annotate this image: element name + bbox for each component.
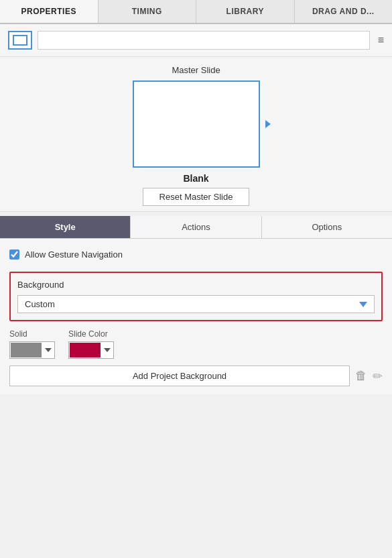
master-dropdown-arrow-icon[interactable] <box>265 120 271 128</box>
trash-icon[interactable]: 🗑 <box>355 369 367 383</box>
slide-icon <box>8 31 32 50</box>
slide-color-swatch <box>70 343 101 357</box>
background-dropdown-value: Custom <box>25 299 55 309</box>
slide-color-picker[interactable] <box>68 341 114 359</box>
tab-drag-drop[interactable]: DRAG AND D... <box>295 0 393 23</box>
solid-color-group: Solid <box>9 329 55 359</box>
header-row: ≡ <box>0 24 392 57</box>
tab-options[interactable]: Options <box>262 216 392 238</box>
master-slide-section: Master Slide Blank Reset Master Slide <box>0 57 392 212</box>
tab-library[interactable]: LIBRARY <box>196 0 295 23</box>
background-dropdown-arrow-icon <box>359 302 367 307</box>
content-area: Allow Gesture Navigation Background Cust… <box>0 239 392 394</box>
slide-color-label: Slide Color <box>68 329 114 339</box>
gesture-nav-row: Allow Gesture Navigation <box>9 247 383 262</box>
master-slide-label: Master Slide <box>172 65 220 75</box>
tab-timing[interactable]: TIMING <box>99 0 197 23</box>
solid-color-picker[interactable] <box>9 341 55 359</box>
svg-rect-0 <box>13 36 27 45</box>
master-slide-name: Blank <box>183 173 208 184</box>
background-dropdown[interactable]: Custom <box>17 295 375 313</box>
pencil-icon[interactable]: ✏ <box>373 369 383 384</box>
reset-master-slide-button[interactable]: Reset Master Slide <box>143 188 250 206</box>
top-tabs: PROPERTIES TIMING LIBRARY DRAG AND D... <box>0 0 392 24</box>
solid-label: Solid <box>9 329 55 339</box>
background-section: Background Custom <box>9 272 383 321</box>
master-preview-wrapper[interactable] <box>133 80 260 168</box>
solid-color-swatch <box>11 343 42 357</box>
color-row: Solid Slide Color <box>9 329 383 359</box>
master-slide-preview <box>133 80 260 168</box>
menu-icon[interactable]: ≡ <box>378 34 384 46</box>
tab-properties[interactable]: PROPERTIES <box>0 0 99 23</box>
slide-icon-graphic <box>13 35 27 46</box>
slide-name-input[interactable] <box>38 31 370 50</box>
gesture-nav-label: Allow Gesture Navigation <box>25 249 123 260</box>
slide-color-arrow-icon <box>104 348 111 352</box>
tab-style[interactable]: Style <box>0 216 131 238</box>
bottom-row: Add Project Background 🗑 ✏ <box>9 366 383 386</box>
add-project-background-button[interactable]: Add Project Background <box>9 366 350 386</box>
gesture-nav-checkbox[interactable] <box>9 249 19 260</box>
background-title: Background <box>17 280 375 290</box>
tab-actions[interactable]: Actions <box>131 216 261 238</box>
solid-color-arrow-icon <box>45 348 52 352</box>
slide-color-group: Slide Color <box>68 329 114 359</box>
sub-tabs: Style Actions Options <box>0 216 392 239</box>
